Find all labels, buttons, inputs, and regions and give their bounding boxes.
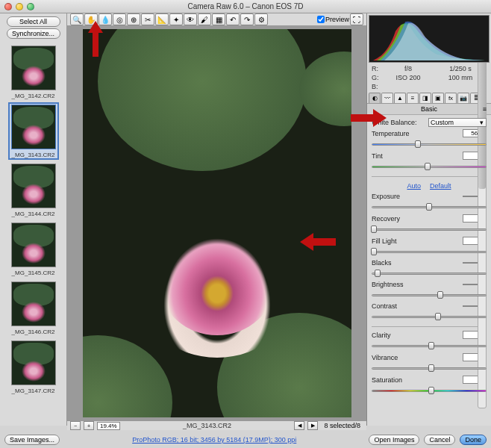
straighten-tool[interactable]: 📐 — [155, 13, 169, 25]
thumbnail-item[interactable]: _MG_3144.CR2 — [9, 162, 58, 218]
exposure-slider[interactable] — [372, 202, 487, 211]
titlebar: Camera Raw 6.0 – Canon EOS 7D — [0, 0, 491, 13]
spot-removal-tool[interactable]: ✦ — [169, 13, 183, 25]
blacks-slider[interactable] — [372, 269, 487, 278]
bottom-bar: Save Images... ProPhoto RGB; 16 bit; 345… — [4, 435, 487, 445]
aperture-value: f/8 — [382, 65, 434, 72]
panel-tabs: ◐ 〰 ▲ ≡ ◨ ▣ fx 📷 ≣ — [367, 91, 491, 104]
tint-label: Tint — [372, 152, 460, 160]
next-image-button[interactable]: ▶ — [307, 421, 318, 430]
tab-curve[interactable]: 〰 — [381, 93, 393, 103]
thumb-label: _MG_3145.CR2 — [9, 269, 58, 277]
temperature-label: Temperature — [372, 130, 460, 137]
preview-pane: 🔍 ✋ 💧 ◎ ⊕ ✂ 📐 ✦ 👁 🖌 ▦ ↶ ↷ ⚙ Preview ⛶ — [67, 13, 367, 426]
prev-image-button[interactable]: ◀ — [294, 421, 304, 430]
g-label: G: — [372, 74, 382, 81]
auto-link[interactable]: Auto — [407, 182, 421, 190]
adjustment-brush-tool[interactable]: 🖌 — [198, 13, 211, 25]
current-filename: _MG_3143.CR2 — [123, 422, 292, 429]
thumbnail-item[interactable]: _MG_3142.CR2 — [9, 44, 58, 100]
selection-count: 8 selected/8 — [321, 422, 363, 429]
adjustments-panel: R: f/8 1/250 s G: ISO 200 100 mm B: ◐ 〰 … — [367, 13, 491, 426]
vibrance-label: Vibrance — [372, 354, 460, 361]
zoom-tool[interactable]: 🔍 — [70, 13, 84, 25]
fill-light-label: Fill Light — [372, 237, 460, 245]
thumbnail-item[interactable]: _MG_3147.CR2 — [9, 339, 58, 395]
tint-slider[interactable] — [372, 162, 487, 171]
tab-lens[interactable]: ▣ — [432, 93, 444, 103]
zoom-out-button[interactable]: − — [70, 421, 81, 430]
brightness-label: Brightness — [372, 281, 460, 288]
brightness-slider[interactable] — [372, 290, 487, 299]
rotate-cw-tool[interactable]: ↷ — [240, 13, 254, 25]
panel-menu-icon[interactable]: ≡ — [483, 105, 487, 113]
r-label: R: — [372, 65, 382, 72]
thumb-label: _MG_3146.CR2 — [9, 328, 58, 336]
thumb-label: _MG_3144.CR2 — [9, 210, 58, 218]
clarity-slider[interactable] — [372, 341, 487, 350]
recovery-slider[interactable] — [372, 225, 487, 234]
thumbnail-item[interactable]: _MG_3146.CR2 — [9, 280, 58, 336]
wb-select[interactable]: Custom — [428, 118, 487, 127]
tab-detail[interactable]: ▲ — [394, 93, 406, 103]
thumb-label: _MG_3147.CR2 — [9, 387, 58, 395]
temperature-slider[interactable] — [372, 140, 487, 149]
basic-panel: White Balance: Custom Temperature5650 Ti… — [367, 115, 491, 399]
workflow-link[interactable]: ProPhoto RGB; 16 bit; 3456 by 5184 (17.9… — [64, 436, 364, 444]
tab-basic[interactable]: ◐ — [369, 93, 381, 103]
targeted-adjust-tool[interactable]: ⊕ — [127, 13, 140, 25]
save-images-button[interactable]: Save Images... — [4, 435, 60, 445]
contrast-slider[interactable] — [372, 312, 487, 321]
done-button[interactable]: Done — [460, 435, 487, 445]
fill-light-slider[interactable] — [372, 247, 487, 256]
b-label: B: — [372, 83, 382, 90]
saturation-slider[interactable] — [372, 386, 487, 395]
saturation-label: Saturation — [372, 376, 460, 384]
camera-info: B: — [367, 82, 491, 91]
redeye-tool[interactable]: 👁 — [184, 13, 197, 25]
window-title: Camera Raw 6.0 – Canon EOS 7D — [0, 2, 491, 10]
open-images-button[interactable]: Open Images — [369, 435, 419, 445]
thumb-label: _MG_3143.CR2 — [9, 151, 58, 159]
recovery-label: Recovery — [372, 215, 460, 223]
clarity-label: Clarity — [372, 332, 460, 339]
filmstrip-sidebar: Select All Synchronize... _MG_3142.CR2 _… — [0, 13, 67, 426]
filmstrip-scrollbar[interactable] — [478, 31, 487, 408]
color-sampler-tool[interactable]: ◎ — [113, 13, 126, 25]
image-preview[interactable] — [67, 26, 366, 420]
thumb-label: _MG_3142.CR2 — [9, 92, 58, 100]
vibrance-slider[interactable] — [372, 364, 487, 373]
zoom-level[interactable]: 19.4% — [97, 422, 120, 430]
thumbnail-item[interactable]: _MG_3145.CR2 — [9, 221, 58, 277]
crop-tool[interactable]: ✂ — [141, 13, 154, 25]
tab-hsl[interactable]: ≡ — [407, 93, 419, 103]
contrast-label: Contrast — [372, 302, 460, 310]
tab-calib[interactable]: 📷 — [457, 93, 469, 103]
camera-info: R: f/8 1/250 s — [367, 64, 491, 73]
annotation-arrow-icon — [300, 233, 336, 251]
prefs-tool[interactable]: ⚙ — [254, 13, 268, 25]
camera-info: G: ISO 200 100 mm — [367, 73, 491, 82]
thumbnail-list: _MG_3142.CR2 _MG_3143.CR2 _MG_3144.CR2 _… — [2, 41, 64, 423]
histogram[interactable] — [369, 15, 490, 63]
preview-label: Preview — [325, 16, 349, 23]
default-link[interactable]: Default — [430, 182, 451, 190]
tab-split[interactable]: ◨ — [419, 93, 431, 103]
tool-toolbar: 🔍 ✋ 💧 ◎ ⊕ ✂ 📐 ✦ 👁 🖌 ▦ ↶ ↷ ⚙ Preview ⛶ — [67, 13, 366, 26]
fullscreen-toggle[interactable]: ⛶ — [350, 13, 363, 25]
blacks-label: Blacks — [372, 259, 460, 267]
annotation-arrow-icon — [88, 21, 103, 57]
rotate-ccw-tool[interactable]: ↶ — [226, 13, 240, 25]
select-all-button[interactable]: Select All — [7, 16, 60, 27]
zoom-in-button[interactable]: + — [84, 421, 94, 430]
preview-checkbox[interactable] — [317, 16, 325, 23]
annotation-arrow-icon — [351, 109, 387, 127]
synchronize-button[interactable]: Synchronize... — [7, 28, 60, 39]
preview-statusbar: − + 19.4% _MG_3143.CR2 ◀ ▶ 8 selected/8 — [67, 420, 366, 430]
tab-fx[interactable]: fx — [445, 93, 457, 103]
graduated-filter-tool[interactable]: ▦ — [212, 13, 225, 25]
exposure-label: Exposure — [372, 193, 460, 200]
cancel-button[interactable]: Cancel — [424, 435, 455, 445]
iso-value: ISO 200 — [382, 74, 434, 81]
thumbnail-item[interactable]: _MG_3143.CR2 — [9, 103, 58, 159]
